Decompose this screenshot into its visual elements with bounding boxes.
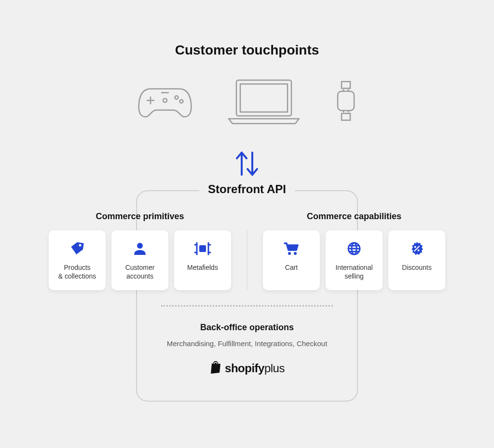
discounts-card: Discounts (388, 230, 445, 290)
svg-rect-4 (240, 84, 288, 112)
svg-point-0 (175, 96, 178, 99)
globe-icon (347, 240, 361, 257)
discounts-label: Discounts (398, 263, 435, 272)
column-divider (247, 230, 247, 290)
cart-label: Cart (281, 263, 302, 272)
metafields-label: Metafields (183, 263, 222, 272)
international-selling-card: International selling (326, 230, 383, 290)
svg-point-14 (288, 252, 291, 255)
api-frame-border: Storefront API Commerce primitives (136, 190, 358, 402)
svg-point-19 (418, 250, 420, 252)
svg-point-2 (163, 98, 167, 102)
international-label: International selling (331, 263, 376, 280)
laptop-icon (223, 77, 305, 127)
primitives-cards-row: Products & collections Customer accounts (49, 230, 231, 290)
discount-icon (409, 240, 425, 257)
dotted-divider (161, 305, 333, 307)
shopify-plus-logo: shopifyplus (137, 360, 357, 377)
capabilities-heading: Commerce capabilities (307, 211, 401, 222)
cart-icon (284, 240, 299, 257)
svg-rect-3 (236, 80, 291, 116)
cards-area: Commerce primitives Products & collectio… (48, 211, 446, 290)
svg-rect-6 (338, 91, 354, 111)
logo-suffix: plus (264, 362, 285, 375)
storefront-api-frame: Storefront API Commerce primitives (136, 190, 358, 402)
svg-point-1 (180, 100, 183, 103)
game-controller-icon (136, 83, 194, 122)
svg-rect-7 (342, 113, 350, 120)
products-label: Products & collections (55, 263, 100, 280)
cart-card: Cart (263, 230, 320, 290)
backoffice-title: Back-office operations (137, 322, 357, 333)
page-title: Customer touchpoints (0, 42, 494, 58)
smart-watch-icon (334, 80, 358, 125)
tag-icon (69, 240, 85, 257)
storefront-api-label: Storefront API (199, 182, 295, 196)
svg-rect-5 (342, 82, 350, 88)
shopify-plus-wordmark: shopifyplus (225, 362, 285, 375)
svg-point-18 (414, 246, 416, 248)
commerce-primitives-column: Commerce primitives Products & collectio… (49, 211, 231, 290)
primitives-heading: Commerce primitives (96, 211, 184, 222)
logo-brand: shopify (225, 362, 264, 375)
svg-point-12 (204, 247, 205, 249)
svg-point-15 (294, 252, 297, 255)
metafield-icon (194, 240, 211, 257)
products-collections-card: Products & collections (49, 230, 106, 290)
customer-label: Customer accounts (122, 263, 159, 280)
customer-accounts-card: Customer accounts (111, 230, 168, 290)
touchpoints-row (0, 77, 494, 127)
commerce-capabilities-column: Commerce capabilities (263, 211, 445, 290)
capabilities-cards-row: Cart International selling (263, 230, 445, 290)
backoffice-subtitle: Merchandising, Fulfillment, Integrations… (137, 339, 357, 348)
backoffice-section: Back-office operations Merchandising, Fu… (137, 322, 357, 377)
svg-point-8 (79, 244, 82, 247)
svg-rect-13 (288, 245, 297, 250)
bidirectional-arrows-icon (0, 147, 494, 181)
user-icon (133, 240, 147, 257)
svg-point-11 (201, 247, 202, 249)
svg-point-9 (137, 243, 143, 249)
diagram-root: Customer touchpoints (0, 0, 494, 448)
shopify-bag-icon (209, 360, 222, 377)
metafields-card: Metafields (174, 230, 231, 290)
